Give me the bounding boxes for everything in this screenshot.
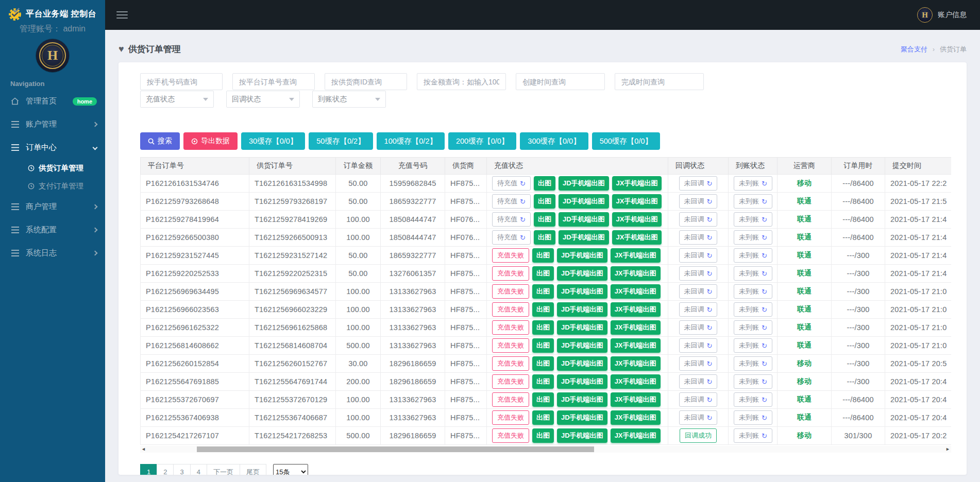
- filter-input-3[interactable]: [325, 73, 407, 90]
- search-button[interactable]: 搜索: [140, 132, 180, 150]
- scrollbar-thumb[interactable]: [197, 446, 594, 452]
- jx-mobile-image-button[interactable]: JX手机端出图: [611, 284, 661, 299]
- callback-status-button[interactable]: 未回调↻: [679, 302, 718, 317]
- filter-input-2[interactable]: [232, 73, 315, 90]
- sidebar-item-merchants[interactable]: 商户管理: [0, 195, 105, 218]
- arrival-status-button[interactable]: 未到账↻: [734, 374, 772, 389]
- callback-status-button[interactable]: 未回调↻: [679, 230, 718, 245]
- charge-status-button[interactable]: 充值失败: [492, 410, 529, 425]
- arrival-status-button[interactable]: 未到账↻: [734, 302, 772, 317]
- callback-status-button[interactable]: 未回调↻: [679, 248, 718, 263]
- last-page-button[interactable]: 尾页: [240, 464, 266, 475]
- sidebar-subitem-payment-orders[interactable]: 支付订单管理: [0, 177, 105, 195]
- sidebar-item-order-center[interactable]: 订单中心: [0, 136, 105, 159]
- arrival-status-button[interactable]: 未到账↻: [734, 392, 772, 407]
- cache-button-6[interactable]: 500缓存【0/0】: [592, 132, 660, 150]
- charge-status-button[interactable]: 充值失败: [492, 356, 529, 371]
- scroll-left-icon[interactable]: ◄: [141, 447, 146, 452]
- callback-status-button[interactable]: 未回调↻: [679, 176, 718, 191]
- page-button-3[interactable]: 3: [173, 464, 190, 475]
- breadcrumb-parent-link[interactable]: 聚合支付: [901, 45, 927, 54]
- export-image-button[interactable]: 出图: [532, 374, 554, 389]
- hamburger-menu-icon[interactable]: [116, 9, 128, 21]
- jx-mobile-image-button[interactable]: JX手机端出图: [611, 374, 661, 389]
- arrival-status-button[interactable]: 未到账↻: [734, 194, 772, 209]
- arrival-status-button[interactable]: 未到账↻: [734, 284, 772, 299]
- export-image-button[interactable]: 出图: [534, 176, 555, 191]
- jx-mobile-image-button[interactable]: JX手机端出图: [611, 266, 661, 281]
- jd-mobile-image-button[interactable]: JD手机端出图: [557, 302, 607, 317]
- jx-mobile-image-button[interactable]: JX手机端出图: [612, 194, 662, 209]
- charge-status-button[interactable]: 待充值↻: [492, 176, 531, 191]
- arrival-status-button[interactable]: 未到账↻: [734, 266, 772, 281]
- charge-status-button[interactable]: 待充值↻: [492, 230, 531, 245]
- callback-status-button[interactable]: 未回调↻: [679, 212, 718, 227]
- horizontal-scrollbar[interactable]: ◄ ►: [140, 446, 951, 453]
- next-page-button[interactable]: 下一页: [207, 464, 240, 475]
- callback-status-button[interactable]: 未回调↻: [679, 356, 718, 371]
- export-image-button[interactable]: 出图: [532, 338, 554, 353]
- charge-status-button[interactable]: 充值失败: [492, 284, 529, 299]
- jx-mobile-image-button[interactable]: JX手机端出图: [611, 392, 661, 407]
- arrival-status-button[interactable]: 未到账↻: [734, 338, 772, 353]
- callback-status-button[interactable]: 回调成功: [680, 428, 717, 443]
- jx-mobile-image-button[interactable]: JX手机端出图: [611, 320, 661, 335]
- arrival-status-button[interactable]: 未到账↻: [734, 356, 772, 371]
- jd-mobile-image-button[interactable]: JD手机端出图: [557, 248, 607, 263]
- charge-status-button[interactable]: 充值失败: [492, 428, 529, 443]
- jx-mobile-image-button[interactable]: JX手机端出图: [612, 230, 662, 245]
- jd-mobile-image-button[interactable]: JD手机端出图: [557, 428, 607, 443]
- callback-status-button[interactable]: 未回调↻: [679, 284, 718, 299]
- jd-mobile-image-button[interactable]: JD手机端出图: [557, 320, 607, 335]
- export-image-button[interactable]: 出图: [534, 230, 555, 245]
- charge-status-button[interactable]: 充值失败: [492, 374, 529, 389]
- arrival-status-button[interactable]: 未到账↻: [734, 176, 772, 191]
- jx-mobile-image-button[interactable]: JX手机端出图: [611, 428, 661, 443]
- jx-mobile-image-button[interactable]: JX手机端出图: [612, 212, 662, 227]
- jx-mobile-image-button[interactable]: JX手机端出图: [611, 338, 661, 353]
- export-image-button[interactable]: 出图: [532, 410, 554, 425]
- sidebar-item-system-logs[interactable]: 系统日志: [0, 242, 105, 265]
- charge-status-button[interactable]: 充值失败: [492, 338, 529, 353]
- filter-input-1[interactable]: [140, 73, 223, 90]
- page-button-2[interactable]: 2: [157, 464, 174, 475]
- callback-status-button[interactable]: 未回调↻: [679, 410, 718, 425]
- cache-button-4[interactable]: 200缓存【0/0】: [448, 132, 516, 150]
- jd-mobile-image-button[interactable]: JD手机端出图: [557, 374, 607, 389]
- jd-mobile-image-button[interactable]: JD手机端出图: [557, 338, 607, 353]
- page-size-select[interactable]: 15条: [273, 464, 308, 475]
- jd-mobile-image-button[interactable]: JD手机端出图: [559, 194, 609, 209]
- charge-status-button[interactable]: 待充值↻: [492, 194, 531, 209]
- callback-status-button[interactable]: 未回调↻: [679, 338, 718, 353]
- sidebar-item-system-config[interactable]: 系统配置: [0, 218, 105, 242]
- scroll-right-icon[interactable]: ►: [945, 447, 950, 452]
- cache-button-2[interactable]: 50缓存【0/2】: [309, 132, 373, 150]
- jx-mobile-image-button[interactable]: JX手机端出图: [611, 248, 661, 263]
- callback-status-button[interactable]: 未回调↻: [679, 266, 718, 281]
- export-data-button[interactable]: 导出数据: [183, 132, 238, 150]
- charge-status-button[interactable]: 充值失败: [492, 248, 529, 263]
- jd-mobile-image-button[interactable]: JD手机端出图: [557, 266, 607, 281]
- export-image-button[interactable]: 出图: [532, 392, 554, 407]
- charge-status-button[interactable]: 充值失败: [492, 302, 529, 317]
- charge-status-button[interactable]: 待充值↻: [492, 212, 531, 227]
- jd-mobile-image-button[interactable]: JD手机端出图: [557, 392, 607, 407]
- account-info-button[interactable]: H 账户信息: [917, 7, 967, 23]
- filter-select-1[interactable]: 充值状态: [140, 91, 214, 108]
- export-image-button[interactable]: 出图: [532, 266, 554, 281]
- cache-button-5[interactable]: 300缓存【0/0】: [520, 132, 588, 150]
- filter-select-2[interactable]: 回调状态: [226, 91, 300, 108]
- export-image-button[interactable]: 出图: [532, 302, 554, 317]
- export-image-button[interactable]: 出图: [534, 212, 555, 227]
- export-image-button[interactable]: 出图: [532, 284, 554, 299]
- filter-input-5[interactable]: [516, 73, 605, 90]
- callback-status-button[interactable]: 未回调↻: [679, 374, 718, 389]
- cache-button-3[interactable]: 100缓存【0/2】: [377, 132, 445, 150]
- jd-mobile-image-button[interactable]: JD手机端出图: [559, 212, 609, 227]
- jd-mobile-image-button[interactable]: JD手机端出图: [557, 356, 607, 371]
- jx-mobile-image-button[interactable]: JX手机端出图: [611, 302, 661, 317]
- page-button-1[interactable]: 1: [140, 464, 157, 475]
- callback-status-button[interactable]: 未回调↻: [679, 392, 718, 407]
- sidebar-item-accounts[interactable]: 账户管理: [0, 113, 105, 136]
- page-button-4[interactable]: 4: [190, 464, 207, 475]
